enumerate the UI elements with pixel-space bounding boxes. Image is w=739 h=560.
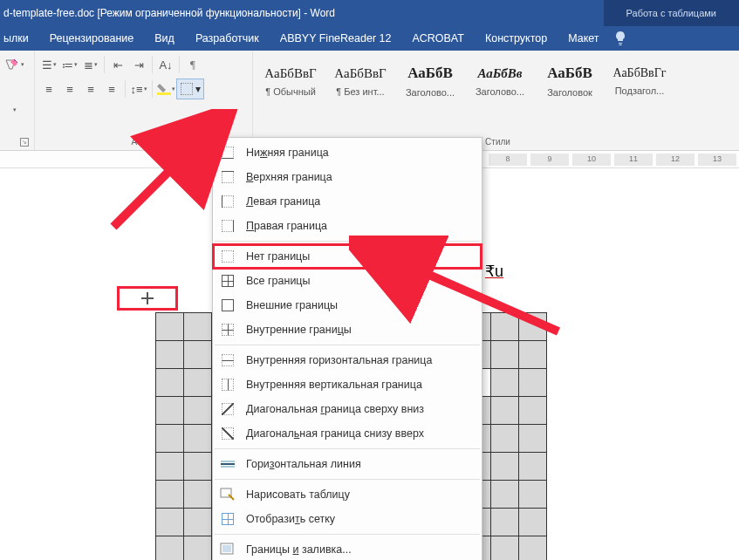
border-outside-item[interactable]: Внешние границы	[213, 293, 482, 318]
tab-references-partial[interactable]: ылки	[0, 26, 39, 51]
border-outside-icon	[218, 297, 237, 313]
ribbon-group-clipboard-partial: ▾ ▾ ↘	[0, 51, 35, 150]
tab-developer[interactable]: Разработчик	[185, 26, 270, 51]
borders-and-shading-icon	[218, 542, 237, 557]
borders-and-shading-item[interactable]: Границы и заливка...	[213, 537, 482, 560]
border-bottom-item[interactable]: Нижняя граница	[213, 140, 482, 165]
border-all-item[interactable]: Все границы	[213, 269, 482, 293]
svg-rect-3	[222, 545, 231, 552]
numbering-button[interactable]: ≔▾	[59, 54, 80, 75]
border-top-icon	[218, 169, 237, 185]
title-bar: d-template-free.doc [Режим ограниченной …	[0, 0, 739, 26]
view-gridlines-item[interactable]: Отобразить сетку	[213, 507, 482, 531]
border-inside-icon	[218, 322, 237, 338]
tab-abbyy[interactable]: ABBYY FineReader 12	[270, 26, 402, 51]
style-title[interactable]: АаБбВ Заголовок	[536, 52, 604, 110]
border-right-icon	[218, 218, 237, 234]
dropdown-separator	[215, 479, 480, 480]
draw-table-item[interactable]: Нарисовать таблицу	[213, 482, 482, 507]
sort-button[interactable]: A↓	[155, 54, 176, 75]
align-center-button[interactable]: ≡	[59, 79, 80, 99]
align-right-button[interactable]: ≡	[80, 79, 101, 99]
multilevel-list-button[interactable]: ≣▾	[80, 54, 101, 75]
horizontal-line-item[interactable]: Горизонтальная линия	[213, 452, 482, 476]
dropdown-separator	[215, 345, 480, 345]
ribbon: ▾ ▾ ↘ ☰▾ ≔▾ ≣▾ ⇤ ⇥ A↓ ¶ ≡ ≡ ≡	[0, 51, 739, 151]
border-none-item[interactable]: Нет границы	[213, 244, 482, 269]
group-label-empty: ↘	[3, 135, 31, 150]
horizontal-line-icon	[218, 456, 237, 472]
borders-dropdown: Нижняя граница Верхняя граница Левая гра…	[212, 137, 482, 560]
dropdown-separator	[215, 448, 480, 449]
border-inner-h-icon	[218, 352, 237, 368]
document-text-fragment: ₹u	[485, 262, 503, 281]
border-left-item[interactable]: Левая граница	[213, 189, 482, 214]
border-diag-down-icon	[218, 401, 237, 417]
bullets-button[interactable]: ☰▾	[38, 54, 59, 75]
borders-button[interactable]: ▾	[176, 79, 204, 99]
border-inside-item[interactable]: Внутренние границы	[213, 318, 482, 342]
justify-button[interactable]: ≡	[101, 79, 122, 99]
table-move-handle-icon[interactable]	[141, 292, 154, 304]
style-subtitle[interactable]: АаБбВвГг Подзагол...	[606, 52, 674, 110]
border-inner-v-icon	[218, 377, 237, 393]
show-marks-button[interactable]: ¶	[182, 54, 203, 75]
border-inner-h-item[interactable]: Внутренняя горизонтальная граница	[213, 348, 482, 372]
clear-formatting-button[interactable]: ▾	[3, 54, 24, 75]
font-partial-button[interactable]: ▾	[3, 99, 24, 120]
dropdown-separator	[215, 534, 480, 535]
border-inner-v-item[interactable]: Внутренняя вертикальная граница	[213, 372, 482, 397]
style-heading1[interactable]: АаБбВ Заголово...	[396, 52, 464, 110]
tab-table-layout[interactable]: Макет	[558, 26, 609, 51]
border-top-item[interactable]: Верхняя граница	[213, 165, 482, 189]
table-tools-contextual-tab: Работа с таблицами	[604, 0, 739, 26]
dropdown-separator	[215, 241, 480, 242]
ribbon-group-paragraph: ☰▾ ≔▾ ≣▾ ⇤ ⇥ A↓ ¶ ≡ ≡ ≡ ≡ ↕≡▾	[35, 51, 253, 150]
border-left-icon	[218, 194, 237, 209]
border-diag-up-icon	[218, 426, 237, 441]
tab-review[interactable]: Рецензирование	[39, 26, 145, 51]
annotation-table-anchor	[117, 286, 178, 311]
border-none-icon	[218, 249, 237, 264]
border-diag-down-item[interactable]: Диагональная граница сверху вниз	[213, 397, 482, 421]
tell-me-icon[interactable]	[610, 26, 631, 51]
border-diag-up-item[interactable]: Диагональная граница снизу вверх	[213, 421, 482, 446]
border-all-icon	[218, 273, 237, 289]
table-tools-label: Работа с таблицами	[626, 8, 716, 18]
style-normal[interactable]: АаБбВвГ ¶ Обычный	[257, 52, 325, 110]
view-gridlines-icon	[218, 511, 237, 527]
ribbon-group-styles: АаБбВвГ ¶ Обычный АаБбВвГ ¶ Без инт... А…	[253, 51, 739, 150]
tab-acrobat[interactable]: ACROBAT	[401, 26, 475, 51]
borders-icon	[181, 83, 193, 95]
decrease-indent-button[interactable]: ⇤	[107, 54, 128, 75]
svg-rect-0	[157, 92, 171, 95]
shading-button[interactable]: ▾	[155, 79, 176, 99]
align-left-button[interactable]: ≡	[38, 79, 59, 99]
increase-indent-button[interactable]: ⇥	[128, 54, 149, 75]
style-heading2[interactable]: АаБбВв Заголово...	[466, 52, 534, 110]
draw-table-icon	[218, 487, 237, 502]
style-no-spacing[interactable]: АаБбВвГ ¶ Без инт...	[326, 52, 394, 110]
window-title: d-template-free.doc [Режим ограниченной …	[0, 7, 335, 19]
dialog-launcher-icon[interactable]: ↘	[20, 138, 29, 147]
border-bottom-icon	[218, 145, 237, 160]
ribbon-tabs: ылки Рецензирование Вид Разработчик ABBY…	[0, 26, 739, 51]
tab-table-design[interactable]: Конструктор	[475, 26, 558, 51]
border-right-item[interactable]: Правая граница	[213, 214, 482, 238]
line-spacing-button[interactable]: ↕≡▾	[128, 79, 149, 99]
tab-view[interactable]: Вид	[144, 26, 185, 51]
